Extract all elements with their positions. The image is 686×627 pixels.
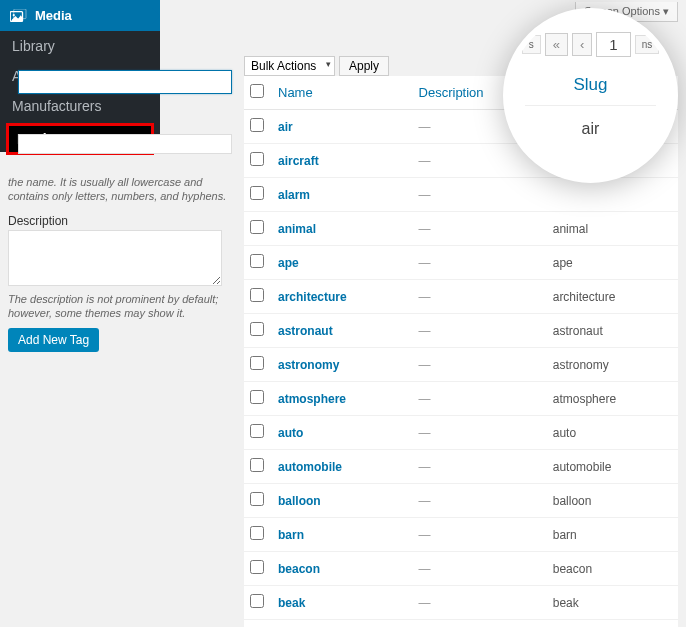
description-textarea[interactable] [8, 230, 222, 286]
table-row: balloon—balloon [244, 484, 678, 518]
table-row: atmosphere—atmosphere [244, 382, 678, 416]
row-checkbox[interactable] [250, 322, 264, 336]
tag-slug-input[interactable] [18, 134, 232, 154]
tag-name-link[interactable]: astronaut [278, 324, 333, 338]
tag-name-link[interactable]: aircraft [278, 154, 319, 168]
table-row: astronomy—astronomy [244, 348, 678, 382]
row-checkbox[interactable] [250, 492, 264, 506]
table-row: barn—barn [244, 518, 678, 552]
description-help-text: The description is not prominent by defa… [8, 292, 233, 321]
tag-description-cell: — [413, 178, 547, 212]
tag-name-link[interactable]: beacon [278, 562, 320, 576]
table-row: astronaut—astronaut [244, 314, 678, 348]
media-icon [10, 9, 28, 23]
row-checkbox[interactable] [250, 220, 264, 234]
sidebar-item-library[interactable]: Library [0, 31, 160, 61]
row-checkbox[interactable] [250, 390, 264, 404]
tag-description-cell: — [413, 620, 547, 628]
tag-name-input[interactable] [18, 70, 232, 94]
apply-button[interactable]: Apply [339, 56, 389, 76]
column-header-name[interactable]: Name [272, 76, 413, 110]
table-row: auto—auto [244, 416, 678, 450]
tag-slug-cell: astronaut [547, 314, 678, 348]
tag-description-cell: — [413, 586, 547, 620]
tag-description-cell: — [413, 450, 547, 484]
tag-description-cell: — [413, 246, 547, 280]
tag-slug-cell: animal [547, 212, 678, 246]
sidebar-section-media[interactable]: Media [0, 0, 160, 31]
tag-slug-cell: architecture [547, 280, 678, 314]
table-row: alarm— [244, 178, 678, 212]
tag-name-link[interactable]: barn [278, 528, 304, 542]
row-checkbox[interactable] [250, 118, 264, 132]
row-checkbox[interactable] [250, 594, 264, 608]
bulk-actions-select[interactable]: Bulk Actions [244, 56, 335, 76]
add-new-tag-button[interactable]: Add New Tag [8, 328, 99, 352]
row-checkbox[interactable] [250, 560, 264, 574]
tag-name-link[interactable]: automobile [278, 460, 342, 474]
tag-name-link[interactable]: alarm [278, 188, 310, 202]
table-row: bicycle—bicycle [244, 620, 678, 628]
row-checkbox[interactable] [250, 152, 264, 166]
table-row: architecture—architecture [244, 280, 678, 314]
magnified-cell-value: air [525, 106, 656, 138]
tag-slug-cell: astronomy [547, 348, 678, 382]
tag-description-cell: — [413, 212, 547, 246]
row-checkbox[interactable] [250, 458, 264, 472]
table-row: beacon—beacon [244, 552, 678, 586]
tag-slug-cell: atmosphere [547, 382, 678, 416]
description-label: Description [8, 214, 233, 228]
table-row: ape—ape [244, 246, 678, 280]
select-all-checkbox[interactable] [250, 84, 264, 98]
tag-name-link[interactable]: animal [278, 222, 316, 236]
sidebar-section-title: Media [35, 8, 72, 23]
tag-slug-cell: barn [547, 518, 678, 552]
magnified-column-header: Slug [525, 75, 656, 106]
tag-slug-cell: beacon [547, 552, 678, 586]
tag-name-link[interactable]: auto [278, 426, 303, 440]
tag-name-link[interactable]: architecture [278, 290, 347, 304]
row-checkbox[interactable] [250, 526, 264, 540]
tag-name-link[interactable]: balloon [278, 494, 321, 508]
pagination: s « ‹ 1 ns [525, 32, 656, 57]
pager-prev-button[interactable]: ‹ [572, 33, 592, 56]
tag-name-link[interactable]: air [278, 120, 293, 134]
tag-name-link[interactable]: atmosphere [278, 392, 346, 406]
bulk-actions-row: Bulk Actions Apply [244, 56, 389, 76]
tag-description-cell: — [413, 280, 547, 314]
tag-slug-cell: ape [547, 246, 678, 280]
tag-description-cell: — [413, 518, 547, 552]
table-row: animal—animal [244, 212, 678, 246]
tag-slug-cell: beak [547, 586, 678, 620]
tag-slug-cell [547, 178, 678, 212]
row-checkbox[interactable] [250, 424, 264, 438]
row-checkbox[interactable] [250, 254, 264, 268]
tag-description-cell: — [413, 382, 547, 416]
tag-slug-cell: auto [547, 416, 678, 450]
tag-description-cell: — [413, 348, 547, 382]
tag-slug-cell: bicycle [547, 620, 678, 628]
row-checkbox[interactable] [250, 288, 264, 302]
main-content: Screen Options ▾ Bulk Actions Apply Name… [244, 0, 686, 627]
magnifier-callout: s « ‹ 1 ns Slug air [503, 8, 678, 183]
tag-name-link[interactable]: ape [278, 256, 299, 270]
row-checkbox[interactable] [250, 356, 264, 370]
pager-page-input[interactable]: 1 [596, 32, 630, 57]
tag-description-cell: — [413, 552, 547, 586]
slug-help-text: the name. It is usually all lowercase an… [8, 175, 233, 204]
pager-fragment: s [522, 35, 541, 54]
row-checkbox[interactable] [250, 186, 264, 200]
tag-name-link[interactable]: astronomy [278, 358, 339, 372]
add-tag-form: the name. It is usually all lowercase an… [8, 70, 233, 352]
tag-slug-cell: balloon [547, 484, 678, 518]
table-row: automobile—automobile [244, 450, 678, 484]
table-row: beak—beak [244, 586, 678, 620]
pager-fragment: ns [635, 35, 660, 54]
tag-description-cell: — [413, 416, 547, 450]
tag-slug-cell: automobile [547, 450, 678, 484]
pager-first-button[interactable]: « [545, 33, 568, 56]
tag-description-cell: — [413, 314, 547, 348]
tag-description-cell: — [413, 484, 547, 518]
tag-name-link[interactable]: beak [278, 596, 305, 610]
